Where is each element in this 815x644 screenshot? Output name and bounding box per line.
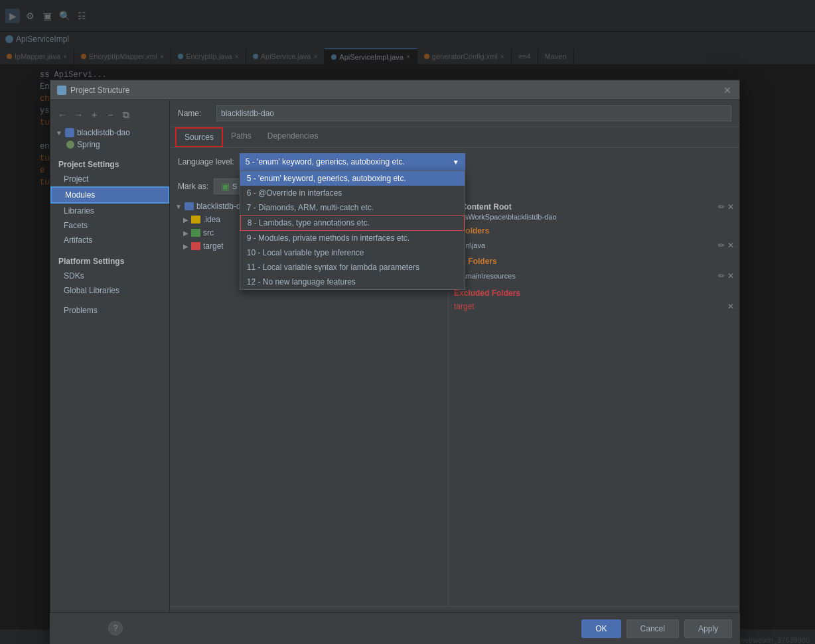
language-level-dropdown-container: 5 - 'enum' keyword, generics, autoboxing… bbox=[240, 153, 465, 170]
sidebar-spacer bbox=[50, 151, 169, 156]
language-level-label: Language level: bbox=[178, 157, 234, 166]
source-folders-title: e Folders bbox=[454, 226, 734, 235]
dialog-content: Name: Sources Paths Dependencies Languag… bbox=[170, 100, 739, 644]
source-folder-edit-icon[interactable]: ✏ bbox=[718, 241, 725, 250]
folder-icon bbox=[191, 216, 200, 224]
tree-arrow-icon: ▶ bbox=[183, 216, 188, 224]
dropdown-item-label: 6 - @Override in interfaces bbox=[247, 188, 342, 198]
dropdown-item-8[interactable]: 8 - Lambdas, type annotations etc. bbox=[240, 215, 465, 231]
content-root-header: d Content Root ✏ ✕ bbox=[454, 202, 734, 212]
source-folder-delete-icon[interactable]: ✕ bbox=[727, 241, 734, 250]
ok-button[interactable]: OK bbox=[581, 619, 621, 638]
mark-sources-label: S bbox=[232, 182, 237, 190]
dialog-icon bbox=[57, 86, 66, 95]
dropdown-item-label: 8 - Lambdas, type annotations etc. bbox=[248, 218, 370, 227]
project-structure-dialog: Project Structure ✕ ← → + − ⧉ ▼ blacklis… bbox=[50, 80, 740, 644]
dropdown-item-11[interactable]: 11 - Local variable syntax for lambda pa… bbox=[240, 260, 465, 275]
dropdown-item-7[interactable]: 7 - Diamonds, ARM, multi-catch etc. bbox=[240, 200, 465, 215]
sidebar-item-label: Facets bbox=[64, 221, 88, 230]
project-settings-label: Project Settings bbox=[50, 156, 169, 172]
content-root-path: IdeaWorkSpace\blacklistdb-dao bbox=[454, 213, 734, 221]
tree-arrow-icon: ▼ bbox=[175, 203, 182, 210]
target-folder-icon bbox=[191, 242, 200, 250]
nav-back-button[interactable]: ← bbox=[56, 108, 69, 121]
resource-folder-edit-icon[interactable]: ✏ bbox=[718, 271, 725, 281]
dialog-footer: ? OK Cancel Apply bbox=[50, 612, 740, 644]
dialog-close-button[interactable]: ✕ bbox=[722, 85, 733, 96]
sidebar-item-libraries[interactable]: Libraries bbox=[50, 204, 169, 218]
content-root-edit-icon[interactable]: ✏ bbox=[718, 202, 725, 212]
module-folder-icon bbox=[65, 128, 74, 137]
language-level-row: Language level: 5 - 'enum' keyword, gene… bbox=[170, 148, 739, 176]
dropdown-item-label: 10 - Local variable type inference bbox=[247, 248, 364, 257]
sidebar-item-global-libraries[interactable]: Global Libraries bbox=[50, 283, 169, 298]
language-level-popup: 5 - 'enum' keyword, generics, autoboxing… bbox=[240, 170, 465, 290]
tab-sources[interactable]: Sources bbox=[175, 127, 223, 147]
apply-button[interactable]: Apply bbox=[684, 619, 732, 638]
dropdown-item-10[interactable]: 10 - Local variable type inference bbox=[240, 245, 465, 260]
sidebar-item-label: Global Libraries bbox=[64, 286, 119, 295]
tab-paths[interactable]: Paths bbox=[223, 127, 259, 147]
remove-module-button[interactable]: − bbox=[104, 108, 117, 121]
copy-module-button[interactable]: ⧉ bbox=[119, 108, 133, 121]
dropdown-item-5[interactable]: 5 - 'enum' keyword, generics, autoboxing… bbox=[240, 171, 465, 186]
sidebar-item-problems[interactable]: Problems bbox=[50, 303, 169, 318]
tree-label: target bbox=[203, 241, 224, 251]
sidebar-nav-buttons: ← → + − ⧉ bbox=[50, 105, 169, 124]
sidebar-item-label: Libraries bbox=[64, 206, 94, 216]
dropdown-item-label: 11 - Local variable syntax for lambda pa… bbox=[247, 263, 419, 272]
sidebar-item-sdks[interactable]: SDKs bbox=[50, 269, 169, 283]
dialog-title: Project Structure bbox=[70, 86, 722, 95]
content-root-delete-icon[interactable]: ✕ bbox=[727, 202, 734, 212]
excluded-folder-row: target ✕ bbox=[454, 300, 734, 312]
sidebar-item-modules[interactable]: Modules bbox=[50, 186, 169, 204]
sidebar-item-project[interactable]: Project bbox=[50, 172, 169, 186]
tab-sources-label: Sources bbox=[185, 133, 214, 142]
resource-folder-row: src\main\resources ✏ ✕ bbox=[454, 270, 734, 282]
sidebar-item-artifacts[interactable]: Artifacts bbox=[50, 233, 169, 247]
sidebar-item-facets[interactable]: Facets bbox=[50, 218, 169, 233]
resource-folders-title: rce Folders bbox=[454, 257, 734, 266]
tree-arrow-icon: ▶ bbox=[183, 243, 188, 250]
sidebar-item-label: Modules bbox=[65, 190, 95, 200]
tree-label: src bbox=[203, 228, 214, 237]
spring-label: Spring bbox=[77, 140, 100, 149]
source-folder-actions: ✏ ✕ bbox=[718, 241, 734, 250]
sidebar-spacer-2 bbox=[50, 247, 169, 253]
dropdown-item-label: 9 - Modules, private methods in interfac… bbox=[247, 233, 409, 243]
platform-settings-label: Platform Settings bbox=[50, 253, 169, 269]
module-tree-root[interactable]: ▼ blacklistdb-dao bbox=[50, 127, 169, 139]
cancel-button[interactable]: Cancel bbox=[627, 619, 679, 638]
sidebar-item-label: SDKs bbox=[64, 271, 84, 281]
dropdown-item-9[interactable]: 9 - Modules, private methods in interfac… bbox=[240, 231, 465, 245]
add-module-button[interactable]: + bbox=[88, 108, 101, 121]
language-level-dropdown[interactable]: 5 - 'enum' keyword, generics, autoboxing… bbox=[240, 153, 465, 170]
dropdown-item-12[interactable]: 12 - No new language features bbox=[240, 275, 465, 289]
source-folder-row: main\java ✏ ✕ bbox=[454, 239, 734, 251]
help-label: ? bbox=[113, 623, 118, 633]
resource-folder-delete-icon[interactable]: ✕ bbox=[727, 271, 734, 281]
dropdown-item-6[interactable]: 6 - @Override in interfaces bbox=[240, 186, 465, 200]
name-label: Name: bbox=[178, 109, 211, 118]
excluded-folder-delete-icon[interactable]: ✕ bbox=[727, 302, 734, 311]
nav-forward-button[interactable]: → bbox=[72, 108, 85, 121]
src-folder-icon bbox=[191, 229, 200, 237]
spring-icon bbox=[66, 141, 74, 149]
content-tabs: Sources Paths Dependencies bbox=[170, 127, 739, 148]
name-input[interactable] bbox=[216, 105, 731, 121]
excluded-folder-path: target bbox=[454, 302, 475, 311]
dialog-titlebar: Project Structure ✕ bbox=[50, 80, 739, 100]
help-button[interactable]: ? bbox=[108, 621, 123, 635]
dropdown-item-label: 5 - 'enum' keyword, generics, autoboxing… bbox=[247, 174, 406, 183]
dialog-sidebar: ← → + − ⧉ ▼ blacklistdb-dao Spring Proje… bbox=[50, 100, 170, 644]
folder-icon bbox=[185, 202, 194, 210]
mark-as-label: Mark as: bbox=[178, 182, 208, 191]
module-spring-item[interactable]: Spring bbox=[50, 139, 169, 151]
sidebar-item-label: Artifacts bbox=[64, 235, 92, 245]
sidebar-item-label: Project bbox=[64, 174, 88, 184]
content-root-actions: ✏ ✕ bbox=[718, 202, 734, 212]
tab-dependencies-label: Dependencies bbox=[267, 131, 319, 141]
dropdown-item-label: 12 - No new language features bbox=[247, 277, 356, 287]
language-level-selected-text: 5 - 'enum' keyword, generics, autoboxing… bbox=[246, 157, 405, 166]
tab-dependencies[interactable]: Dependencies bbox=[259, 127, 327, 147]
